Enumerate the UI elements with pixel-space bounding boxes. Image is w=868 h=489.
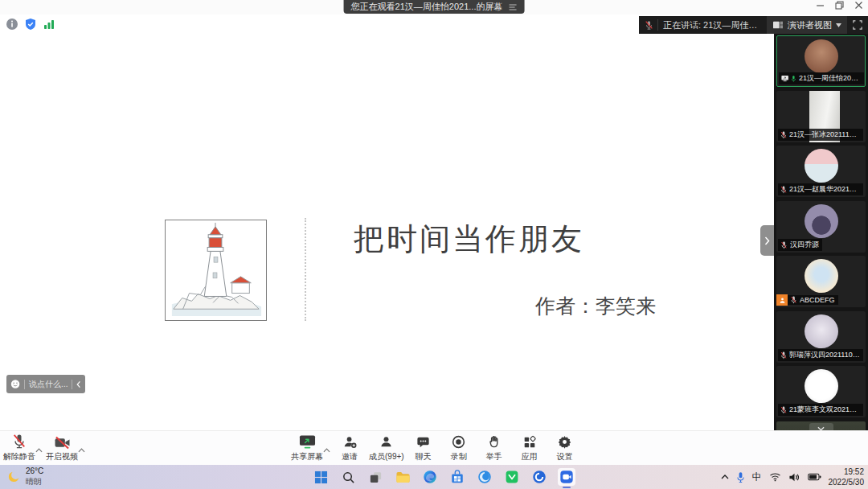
moon-icon xyxy=(6,470,21,484)
video-options-chevron[interactable] xyxy=(78,438,85,462)
invite-button[interactable]: 邀请 xyxy=(332,434,367,462)
fullscreen-button[interactable] xyxy=(847,16,868,34)
watching-banner[interactable]: 您正在观看21汉—周佳怡2021...的屏幕 xyxy=(344,0,525,14)
mic-muted-icon xyxy=(780,406,787,414)
mic-muted-icon xyxy=(780,186,787,194)
lighthouse-illustration xyxy=(166,220,266,320)
avatar xyxy=(805,259,838,293)
unmute-button[interactable]: 解除静音 xyxy=(2,434,37,462)
shared-screen-area: 把时间当作朋友 作者：李笑来 xyxy=(0,34,774,430)
participant-name: 21汉—赵晨华202111025... xyxy=(789,184,860,195)
avatar xyxy=(805,314,838,348)
participant-name: 郭瑞萍汉四20211100185 xyxy=(789,350,860,360)
emoji-icon[interactable] xyxy=(10,379,20,389)
participant-name: 21汉—张冰20211102526 xyxy=(789,129,860,140)
participant-name: 21汉—周佳怡202111... xyxy=(799,73,861,84)
task-view-button[interactable] xyxy=(366,468,384,486)
weather-temp: 26°C xyxy=(26,466,43,475)
avatar xyxy=(805,369,838,403)
restore-button[interactable] xyxy=(835,1,844,10)
file-explorer-button[interactable] xyxy=(394,468,411,486)
tray-expand-chevron[interactable] xyxy=(721,475,729,479)
chevron-down-icon xyxy=(836,23,841,27)
windows-logo-icon xyxy=(314,471,328,484)
speaker-status-bar: 正在讲话: 21汉—周佳怡20211... 演讲者视图 xyxy=(639,16,868,34)
view-mode-label: 演讲者视图 xyxy=(788,19,832,31)
quick-chat-input[interactable]: 说点什么... xyxy=(6,375,85,393)
meeting-info-icon[interactable] xyxy=(6,18,18,31)
chevron-left-icon[interactable] xyxy=(76,380,81,388)
browser-blue-button[interactable] xyxy=(476,468,493,486)
avatar xyxy=(805,204,838,238)
avatar xyxy=(805,39,838,73)
participant-tile[interactable]: 21汉—张冰20211102526 xyxy=(776,91,866,142)
participant-name: ABCDEFG xyxy=(800,296,835,304)
mic-options-chevron[interactable] xyxy=(35,438,43,462)
store-green-button[interactable] xyxy=(503,468,521,486)
battery-icon[interactable] xyxy=(808,473,821,481)
fullscreen-icon xyxy=(853,20,862,30)
avatar xyxy=(805,149,838,183)
record-icon xyxy=(451,434,466,450)
record-button[interactable]: 录制 xyxy=(441,434,477,462)
chat-button[interactable]: 聊天 xyxy=(406,434,441,462)
participant-tile[interactable]: 21汉—赵晨华202111025... xyxy=(776,146,866,197)
security-shield-icon[interactable] xyxy=(24,18,37,31)
apps-grid-icon xyxy=(522,435,537,450)
folder-icon xyxy=(395,471,411,484)
settings-button[interactable]: 设置 xyxy=(547,434,583,462)
taskbar-search-button[interactable] xyxy=(339,468,357,486)
docs-blue-button[interactable] xyxy=(530,468,548,486)
banner-menu-icon[interactable] xyxy=(508,3,517,10)
microsoft-store-button[interactable] xyxy=(448,468,466,486)
participant-tile[interactable]: 21蒙班李文双202121002... xyxy=(776,366,866,417)
meeting-window: 您正在观看21汉—周佳怡2021...的屏幕 正在讲话: 21汉—周佳怡2021… xyxy=(0,0,868,489)
window-titlebar: 您正在观看21汉—周佳怡2021...的屏幕 xyxy=(0,0,868,14)
mic-muted-icon xyxy=(12,434,27,450)
minimize-button[interactable] xyxy=(816,1,825,10)
collapse-tiles-button[interactable] xyxy=(809,423,833,430)
mic-muted-icon xyxy=(780,131,787,139)
share-options-chevron[interactable] xyxy=(323,438,330,462)
taskbar-clock[interactable]: 19:52 2022/5/30 xyxy=(829,466,865,487)
watching-banner-text: 您正在观看21汉—周佳怡2021...的屏幕 xyxy=(351,1,503,13)
participants-sidebar: 21汉—周佳怡202111... 21汉—张冰20211102526 21汉—赵… xyxy=(774,34,868,430)
participant-tile[interactable]: ABCDEFG xyxy=(776,256,866,307)
tencent-meeting-app-button[interactable] xyxy=(558,468,575,486)
participant-tile[interactable] xyxy=(776,421,866,430)
participant-tile[interactable]: 21汉—周佳怡202111... xyxy=(776,35,866,87)
invite-person-icon xyxy=(342,434,358,450)
close-button[interactable] xyxy=(854,1,863,10)
clock-time: 19:52 xyxy=(844,467,864,476)
sidebar-collapse-handle[interactable] xyxy=(760,225,774,256)
wifi-icon[interactable] xyxy=(769,472,781,482)
start-button[interactable] xyxy=(312,468,330,486)
meeting-toolbar: 解除静音 开启视频 共享屏幕 邀请 成员(99+) xyxy=(0,430,868,465)
raise-hand-icon xyxy=(487,434,502,450)
slide-lighthouse-image xyxy=(165,220,267,321)
chat-bubble-icon xyxy=(416,434,431,450)
now-speaking-text: 正在讲话: 21汉—周佳怡20211... xyxy=(658,19,767,31)
network-signal-icon[interactable] xyxy=(43,18,55,31)
raise-hand-button[interactable]: 举手 xyxy=(477,434,512,462)
start-video-button[interactable]: 开启视频 xyxy=(44,434,80,462)
speaker-icon[interactable] xyxy=(788,472,800,483)
participant-name: 21蒙班李文双202121002... xyxy=(789,405,860,415)
tray-mic-icon[interactable] xyxy=(736,471,745,483)
participant-name: 汉四乔源 xyxy=(790,240,819,250)
taskbar-weather-widget[interactable]: 26°C晴朗 xyxy=(6,466,43,487)
apps-button[interactable]: 应用 xyxy=(512,434,547,462)
mic-muted-icon xyxy=(790,296,797,304)
edge-browser-button[interactable] xyxy=(421,468,439,486)
participant-tile[interactable]: 汉四乔源 xyxy=(776,201,866,253)
task-view-icon xyxy=(369,471,383,484)
speaker-view-icon xyxy=(772,20,784,30)
members-button[interactable]: 成员(99+) xyxy=(367,434,406,462)
participant-tile[interactable]: 郭瑞萍汉四20211100185 xyxy=(776,311,866,363)
mic-muted-icon xyxy=(780,351,787,360)
chevron-right-icon xyxy=(764,236,770,245)
ime-indicator[interactable]: 中 xyxy=(752,471,762,484)
share-screen-button[interactable]: 共享屏幕 xyxy=(289,434,325,462)
view-mode-selector[interactable]: 演讲者视图 xyxy=(767,16,847,34)
chat-placeholder: 说点什么... xyxy=(29,379,68,390)
